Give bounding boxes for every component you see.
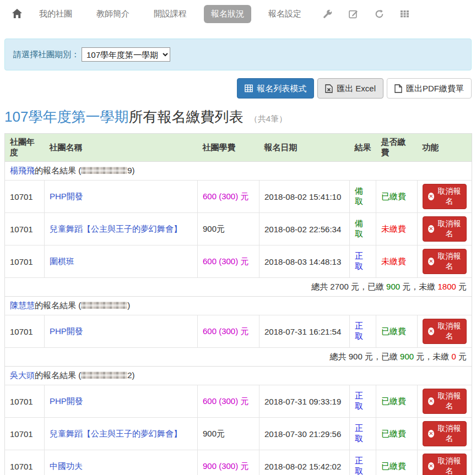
registration-row: 10701PHP開發600 (300) 元2018-07-31 09:33:19… (5, 385, 472, 418)
club-fee-cell: 600 (300) 元 (198, 245, 259, 278)
cancel-x-icon: ✕ (428, 225, 434, 233)
summary-total-amount: 900 (349, 352, 363, 361)
cancel-registration-button[interactable]: ✕取消報名 (423, 389, 467, 414)
col-header-result: 結果 (350, 134, 376, 162)
paid-status-cell: 已繳費 (376, 181, 418, 213)
person-section-row: 楊飛飛的報名結果 (9) (5, 162, 472, 181)
person-link[interactable]: 楊飛飛 (10, 166, 35, 175)
club-fee-cell: 600 (300) 元 (198, 181, 259, 213)
club-link[interactable]: PHP開發 (50, 326, 83, 336)
club-name-cell: 兒童舞蹈【公主與王子的夢幻舞會】 (45, 213, 198, 245)
summary-cell: 總共 2700 元，已繳 900 元，未繳 1800 元 (5, 278, 472, 297)
person-section-cell: 吳大頭的報名結果 (2) (5, 367, 472, 385)
cancel-registration-button[interactable]: ✕取消報名 (423, 249, 467, 274)
pdf-file-icon (394, 84, 402, 93)
nav-item-open-courses[interactable]: 開設課程 (147, 5, 194, 23)
result-cell: 備取 (350, 181, 376, 213)
club-year-cell: 10701 (5, 245, 45, 278)
person-link[interactable]: 吳大頭 (10, 370, 35, 380)
person-id-mosaic (81, 302, 127, 309)
page-title-term: 107學年度第一學期 (4, 108, 128, 125)
result-cell: 正取 (350, 450, 376, 475)
export-excel-label: 匯出 Excel (337, 83, 376, 94)
reg-date-cell: 2018-07-30 21:29:56 (259, 418, 350, 450)
reg-date-cell: 2018-08-03 14:48:13 (259, 245, 350, 278)
club-link[interactable]: 中國功夫 (50, 461, 83, 471)
registration-table-head: 社團年度 社團名稱 社團學費 報名日期 結果 是否繳費 功能 (5, 134, 472, 162)
cancel-registration-button[interactable]: ✕取消報名 (423, 216, 467, 242)
cancel-registration-label: 取消報名 (437, 456, 461, 475)
registration-row: 10701中國功夫900 (300) 元2018-08-02 15:42:02正… (5, 450, 472, 475)
cancel-registration-label: 取消報名 (437, 219, 461, 239)
club-year-cell: 10701 (5, 213, 45, 245)
col-header-actions: 功能 (418, 134, 472, 162)
club-name-cell: PHP開發 (45, 315, 198, 348)
cancel-registration-button[interactable]: ✕取消報名 (423, 421, 467, 446)
summary-paid-amount: 900 (386, 282, 400, 291)
nav-item-registration-status[interactable]: 報名狀況 (204, 5, 251, 23)
reg-date-cell: 2018-08-02 22:56:34 (259, 213, 350, 245)
nav-item-registration-settings[interactable]: 報名設定 (261, 5, 309, 23)
paid-status-cell: 未繳費 (376, 245, 418, 278)
cancel-x-icon: ✕ (428, 327, 434, 335)
cancel-x-icon: ✕ (428, 397, 434, 405)
grid-icon[interactable] (396, 6, 414, 21)
person-id-mosaic (81, 167, 127, 174)
club-year-cell: 10701 (5, 450, 45, 475)
person-section-row: 吳大頭的報名結果 (2) (5, 367, 472, 385)
result-cell: 備取 (350, 213, 376, 245)
club-year-cell: 10701 (5, 385, 45, 418)
cancel-x-icon: ✕ (428, 258, 434, 265)
registration-row: 10701兒童舞蹈【公主與王子的夢幻舞會】900元2018-08-02 22:5… (5, 213, 472, 245)
result-cell: 正取 (350, 315, 376, 348)
cancel-registration-label: 取消報名 (437, 252, 461, 271)
paid-status-cell: 已繳費 (376, 418, 418, 450)
cancel-x-icon: ✕ (428, 462, 434, 470)
club-link[interactable]: PHP開發 (50, 396, 83, 406)
registration-row: 10701PHP開發600 (300) 元2018-07-31 16:21:54… (5, 315, 472, 348)
export-pdf-button[interactable]: 匯出PDF繳費單 (387, 78, 472, 99)
wrench-icon[interactable] (318, 6, 337, 22)
club-name-cell: 兒童舞蹈【公主與王子的夢幻舞會】 (45, 418, 198, 450)
reg-date-cell: 2018-08-02 15:41:10 (259, 181, 350, 213)
club-fee-cell: 900 (300) 元 (198, 450, 259, 475)
person-link[interactable]: 陳慧慧 (10, 301, 35, 310)
registration-table: 社團年度 社團名稱 社團學費 報名日期 結果 是否繳費 功能 楊飛飛的報名結果 … (4, 133, 472, 475)
paid-status-cell: 未繳費 (376, 213, 418, 245)
actions-cell: ✕取消報名 (418, 181, 472, 213)
club-fee-cell: 900元 (198, 418, 259, 450)
page-title-count: （共4筆） (250, 114, 287, 123)
list-mode-button[interactable]: 報名列表模式 (237, 78, 314, 99)
club-link[interactable]: 兒童舞蹈【公主與王子的夢幻舞會】 (50, 429, 182, 438)
club-fee-cell: 600 (300) 元 (198, 315, 259, 348)
person-section-row: 陳慧慧的報名結果 () (5, 297, 472, 315)
term-select[interactable]: 107學年度第一學期 (82, 47, 170, 62)
nav-item-teacher-intro[interactable]: 教師簡介 (89, 5, 137, 23)
club-link[interactable]: 兒童舞蹈【公主與王子的夢幻舞會】 (50, 224, 182, 233)
cancel-registration-button[interactable]: ✕取消報名 (423, 319, 467, 344)
nav-item-my-clubs[interactable]: 我的社團 (32, 5, 79, 23)
registration-table-body: 楊飛飛的報名結果 (9)10701PHP開發600 (300) 元2018-08… (5, 162, 472, 475)
refresh-icon[interactable] (370, 6, 388, 22)
page-title-rest: 所有報名繳費列表 (128, 108, 243, 125)
club-link[interactable]: PHP開發 (50, 192, 83, 201)
col-header-club-year: 社團年度 (5, 134, 45, 162)
person-section-cell: 楊飛飛的報名結果 (9) (5, 162, 472, 181)
edit-icon[interactable] (344, 6, 363, 22)
home-icon[interactable] (10, 5, 24, 23)
registration-row: 10701圍棋班600 (300) 元2018-08-03 14:48:13正取… (5, 245, 472, 278)
cancel-registration-button[interactable]: ✕取消報名 (423, 184, 467, 209)
club-fee-cell: 900元 (198, 213, 259, 245)
summary-unpaid-amount: 0 (451, 352, 456, 361)
result-cell: 正取 (350, 385, 376, 418)
reg-date-cell: 2018-07-31 16:21:54 (259, 315, 350, 348)
toolbar: 報名列表模式 匯出 Excel 匯出PDF繳費單 (4, 78, 472, 99)
summary-total-amount: 2700 (330, 282, 348, 291)
cancel-registration-button[interactable]: ✕取消報名 (423, 454, 467, 475)
export-pdf-label: 匯出PDF繳費單 (406, 83, 464, 94)
cancel-registration-label: 取消報名 (437, 187, 461, 206)
col-header-reg-date: 報名日期 (259, 134, 350, 162)
page-title: 107學年度第一學期所有報名繳費列表 （共4筆） (4, 107, 472, 127)
club-link[interactable]: 圍棋班 (50, 256, 74, 266)
export-excel-button[interactable]: 匯出 Excel (317, 78, 383, 99)
